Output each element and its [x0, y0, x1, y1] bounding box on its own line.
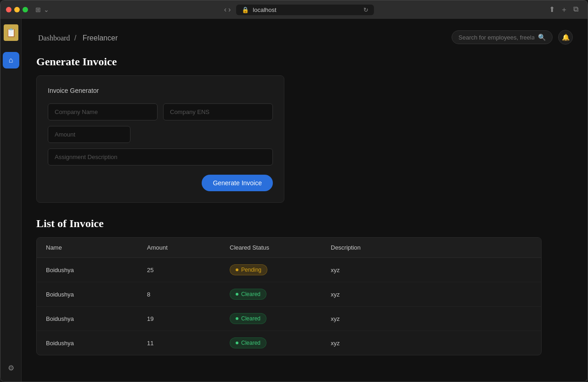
- notification-button[interactable]: 🔔: [558, 30, 573, 45]
- sidebar-toggle-icon[interactable]: ⊞: [35, 6, 41, 13]
- generate-invoice-title: Generate Invoice: [36, 56, 573, 68]
- invoice-table: Name Amount Cleared Status Description B…: [36, 237, 542, 355]
- breadcrumb-title: Dashboard: [38, 34, 70, 42]
- forward-icon[interactable]: ›: [228, 6, 231, 14]
- row-description: xyz: [331, 267, 532, 274]
- table-row: Boidushya 8 Cleared xyz: [37, 282, 541, 307]
- search-bar[interactable]: 🔍: [452, 30, 553, 44]
- search-icon[interactable]: 🔍: [538, 34, 546, 41]
- status-badge-cleared: Cleared: [230, 289, 266, 300]
- company-name-input[interactable]: [48, 103, 158, 120]
- sidebar-logo: 📋: [4, 24, 18, 41]
- header: Dashboard / Freelancer 🔍 🔔: [36, 30, 573, 45]
- row-name: Boidushya: [46, 340, 147, 347]
- refresh-icon[interactable]: ↻: [363, 6, 368, 13]
- form-actions: Generate Invoice: [48, 175, 273, 191]
- cleared-dot-icon: [236, 293, 238, 296]
- windows-icon[interactable]: ⧉: [573, 5, 578, 15]
- form-row-description: [48, 148, 273, 165]
- url-text: localhost: [253, 6, 276, 13]
- maximize-button[interactable]: [23, 7, 28, 12]
- row-name: Boidushya: [46, 267, 147, 274]
- status-badge-pending: Pending: [230, 264, 267, 275]
- security-icon: 🔒: [242, 6, 249, 13]
- main-content: Dashboard / Freelancer 🔍 🔔 Generate Invo…: [22, 19, 588, 382]
- status-label: Pending: [241, 267, 261, 273]
- sidebar-item-home[interactable]: ⌂: [3, 52, 19, 68]
- row-amount: 11: [147, 340, 230, 347]
- sidebar-item-settings[interactable]: ⚙: [3, 359, 19, 376]
- status-label: Cleared: [241, 315, 260, 322]
- row-status: Cleared: [230, 337, 331, 348]
- address-bar-wrapper: ‹ › 🔒 localhost ↻: [53, 5, 545, 15]
- browser-actions: ⬆ ＋ ⧉: [549, 5, 578, 15]
- table-row: Boidushya 19 Cleared xyz: [37, 307, 541, 331]
- col-header-status: Cleared Status: [230, 244, 331, 251]
- status-badge-cleared: Cleared: [230, 313, 266, 324]
- form-row-amount: [48, 126, 273, 143]
- invoice-list-title: List of Invoice: [36, 217, 573, 230]
- row-amount: 25: [147, 267, 230, 274]
- breadcrumb: Dashboard / Freelancer: [36, 31, 118, 43]
- status-label: Cleared: [241, 340, 260, 346]
- sidebar-nav: ⌂: [3, 52, 19, 356]
- share-icon[interactable]: ⬆: [549, 5, 555, 15]
- row-status: Cleared: [230, 313, 331, 324]
- new-tab-icon[interactable]: ＋: [560, 5, 568, 15]
- card-title: Invoice Generator: [48, 87, 273, 94]
- cleared-dot-icon: [236, 317, 238, 320]
- table-row: Boidushya 11 Cleared xyz: [37, 331, 541, 355]
- col-header-amount: Amount: [147, 244, 230, 251]
- col-header-description: Description: [331, 244, 532, 251]
- invoice-generator-card: Invoice Generator Generate Invoice: [36, 75, 284, 203]
- amount-input[interactable]: [48, 126, 130, 143]
- row-amount: 8: [147, 291, 230, 298]
- sidebar: 📋 ⌂ ⚙: [0, 19, 22, 382]
- window-controls: ⊞ ⌄: [35, 6, 49, 13]
- header-right: 🔍 🔔: [452, 30, 573, 45]
- status-badge-cleared: Cleared: [230, 337, 266, 348]
- row-amount: 19: [147, 315, 230, 322]
- company-ens-input[interactable]: [163, 103, 273, 120]
- table-header: Name Amount Cleared Status Description: [37, 238, 541, 258]
- chevron-down-icon[interactable]: ⌄: [44, 6, 49, 13]
- cleared-dot-icon: [236, 342, 238, 344]
- traffic-lights[interactable]: [6, 7, 28, 12]
- breadcrumb-separator: /: [74, 34, 76, 42]
- app-container: 📋 ⌂ ⚙ Dashboard / Freelancer: [0, 19, 588, 382]
- row-status: Pending: [230, 264, 331, 275]
- row-name: Boidushya: [46, 315, 147, 322]
- close-button[interactable]: [6, 7, 11, 12]
- status-label: Cleared: [241, 291, 260, 297]
- pending-dot-icon: [236, 268, 238, 271]
- row-description: xyz: [331, 315, 532, 322]
- nav-arrows: ‹ ›: [224, 6, 231, 14]
- home-icon: ⌂: [9, 56, 13, 64]
- col-header-name: Name: [46, 244, 147, 251]
- minimize-button[interactable]: [14, 7, 20, 12]
- back-icon[interactable]: ‹: [224, 6, 226, 14]
- breadcrumb-subtitle: Freelancer: [83, 34, 118, 42]
- search-input[interactable]: [458, 34, 534, 41]
- table-row: Boidushya 25 Pending xyz: [37, 258, 541, 282]
- generate-invoice-button[interactable]: Generate Invoice: [202, 175, 273, 191]
- title-bar: ⊞ ⌄ ‹ › 🔒 localhost ↻ ⬆ ＋ ⧉: [0, 0, 588, 19]
- bell-icon: 🔔: [562, 34, 570, 41]
- sidebar-bottom: ⚙: [3, 359, 19, 376]
- assignment-description-input[interactable]: [48, 148, 273, 165]
- address-bar[interactable]: 🔒 localhost ↻: [236, 5, 374, 15]
- row-name: Boidushya: [46, 291, 147, 298]
- row-status: Cleared: [230, 289, 331, 300]
- row-description: xyz: [331, 291, 532, 298]
- settings-icon: ⚙: [8, 364, 14, 372]
- logo-icon: 📋: [6, 28, 16, 38]
- row-description: xyz: [331, 340, 532, 347]
- form-row-company: [48, 103, 273, 120]
